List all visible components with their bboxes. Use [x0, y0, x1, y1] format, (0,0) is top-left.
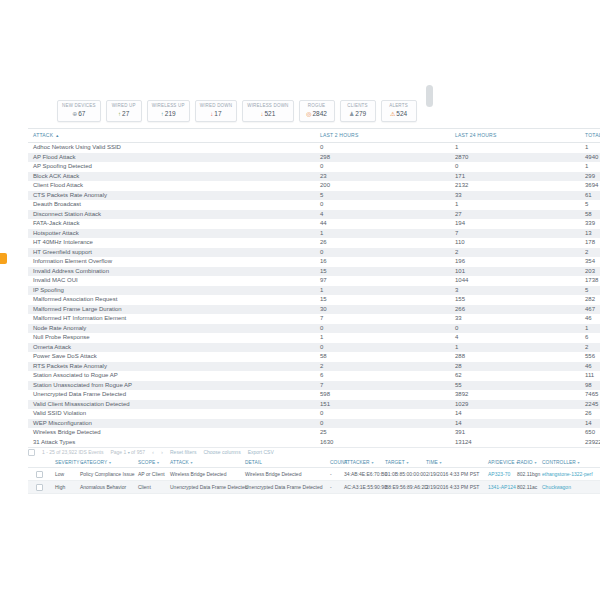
attack-row[interactable]: Invalid MAC OUI 97 1044 1738 [28, 276, 600, 286]
attack-row[interactable]: Information Element Overflow 16 196 354 [28, 257, 600, 267]
attack-row[interactable]: HT 40MHz Intolerance 26 110 178 [28, 238, 600, 248]
attack-row[interactable]: Valid SSID Violation 0 14 26 [28, 409, 600, 419]
attack-row[interactable]: Station Unassociated from Rogue AP 7 55 … [28, 381, 600, 391]
attack-name: Client Flood Attack [33, 181, 83, 191]
column-header-total[interactable]: Total [585, 129, 600, 142]
prev-page-icon[interactable]: ‹ [152, 449, 154, 455]
event-ap-device-link[interactable]: 1341-AP124 [488, 481, 516, 493]
column-header-radio[interactable]: Radio▼ [517, 458, 537, 468]
event-detail: Unencrypted Data Frame Detected [245, 481, 323, 493]
pagination-bar: 1 - 25 of 23,922 IDS Events Page 1 ▾ of … [28, 447, 600, 457]
filter-arrow-icon: ▼ [577, 461, 581, 465]
kpi-card[interactable]: WIRELESS UP ↑219 [147, 100, 190, 122]
filter-arrow-icon: ▼ [406, 461, 410, 465]
event-row[interactable]: High Anomalous Behavior Client Unencrypt… [28, 481, 600, 494]
attack-row[interactable]: Omerta Attack 0 1 2 [28, 343, 600, 353]
attack-name: Valid SSID Violation [33, 409, 86, 419]
attack-row[interactable]: AP Spoofing Detected 0 0 1 [28, 162, 600, 172]
attack-last-24-hours: 110 [455, 238, 465, 248]
chevron-down-icon: ▾ [128, 450, 130, 455]
kpi-card[interactable]: ROGUE ◎2842 [299, 100, 335, 122]
attack-row[interactable]: Adhoc Network Using Valid SSID 0 1 1 [28, 143, 600, 153]
event-row[interactable]: Low Policy Compliance Issue AP or Client… [28, 468, 600, 481]
kpi-card[interactable]: WIRED DOWN ↓17 [195, 100, 238, 122]
column-header-attack[interactable]: Attack▲ [33, 129, 59, 142]
kpi-card[interactable]: NEW DEVICES ⊕67 [57, 100, 101, 122]
attack-last-2-hours: 25 [320, 428, 327, 438]
attack-row[interactable]: Disconnect Station Attack 4 27 58 [28, 210, 600, 220]
export-csv-link[interactable]: Export CSV [248, 449, 274, 455]
column-header-target[interactable]: Target▼ [385, 458, 409, 468]
kpi-icon: ⊕ [72, 111, 77, 117]
attack-row[interactable]: Client Flood Attack 200 2132 3694 [28, 181, 600, 191]
event-severity: Low [55, 468, 64, 480]
column-header-scope[interactable]: Scope▼ [138, 458, 160, 468]
attack-row[interactable]: AP Flood Attack 298 2870 4940 [28, 153, 600, 163]
attack-total: 299 [585, 172, 595, 182]
attack-row[interactable]: Power Save DoS Attack 58 288 556 [28, 352, 600, 362]
page-selector[interactable]: Page 1 ▾ of 957 [110, 449, 145, 455]
column-header-time[interactable]: Time▼ [426, 458, 442, 468]
attack-row[interactable]: Malformed HT Information Element 7 33 46 [28, 314, 600, 324]
attack-row[interactable]: FATA-Jack Attack 44 194 339 [28, 219, 600, 229]
attack-row[interactable]: Malformed Association Request 15 155 282 [28, 295, 600, 305]
attack-last-24-hours: 196 [455, 257, 465, 267]
attack-row[interactable]: HT Greenfield support 0 2 2 [28, 248, 600, 258]
column-header-attacker[interactable]: Attacker▼ [344, 458, 374, 468]
attack-row[interactable]: Valid Client Misassociation Detected 151… [28, 400, 600, 410]
attack-last-2-hours: 58 [320, 352, 327, 362]
kpi-card[interactable]: WIRED UP ↑27 [106, 100, 142, 122]
attack-name: HT Greenfield support [33, 248, 92, 258]
next-page-icon[interactable]: › [161, 449, 163, 455]
attack-last-24-hours: 155 [455, 295, 465, 305]
event-controller-link[interactable]: Chuckwagon [542, 481, 571, 493]
attack-total: 14 [585, 419, 592, 429]
attack-row[interactable]: Node Rate Anomaly 0 0 1 [28, 324, 600, 334]
event-detail: Wireless Bridge Detected [245, 468, 301, 480]
column-header-last-2-hours[interactable]: Last 2 Hours [320, 129, 358, 142]
kpi-icon: ↓ [210, 111, 213, 117]
attack-row[interactable]: Hotspotter Attack 1 7 13 [28, 229, 600, 239]
attack-types-count: 31 Attack Types [33, 438, 75, 448]
attack-row[interactable]: Block ACK Attack 23 171 299 [28, 172, 600, 182]
attack-row[interactable]: WEP Misconfiguration 0 14 14 [28, 419, 600, 429]
attack-last-24-hours: 0 [455, 162, 458, 172]
column-header-category[interactable]: Category▼ [80, 458, 112, 468]
column-header-attack[interactable]: Attack▼ [170, 458, 193, 468]
attack-last-24-hours: 194 [455, 219, 465, 229]
choose-columns-link[interactable]: Choose columns [203, 449, 240, 455]
attack-row[interactable]: RTS Packets Rate Anomaly 2 28 46 [28, 362, 600, 372]
event-controller-link[interactable]: ethangstone-1322-perf [542, 468, 593, 480]
attack-row[interactable]: Deauth Broadcast 0 1 5 [28, 200, 600, 210]
attack-row[interactable]: CTS Packets Rate Anomaly 5 33 61 [28, 191, 600, 201]
scrollbar-thumb[interactable] [426, 85, 433, 107]
attack-row[interactable]: Malformed Frame Large Duration 30 266 46… [28, 305, 600, 315]
orange-side-tab[interactable] [0, 253, 7, 264]
attack-last-24-hours: 62 [455, 371, 462, 381]
attack-row[interactable]: IP Spoofing 1 3 5 [28, 286, 600, 296]
reset-filters-link[interactable]: Reset filters [170, 449, 196, 455]
column-header-detail[interactable]: Detail [245, 458, 262, 467]
kpi-card[interactable]: WIRELESS DOWN ↓521 [242, 100, 293, 122]
select-all-checkbox[interactable] [28, 449, 35, 456]
row-checkbox[interactable] [36, 484, 43, 491]
event-scope: Client [138, 481, 151, 493]
attack-row[interactable]: Unencrypted Data Frame Detected 598 3892… [28, 390, 600, 400]
attack-row[interactable]: Station Associated to Rogue AP 6 62 111 [28, 371, 600, 381]
kpi-card[interactable]: CLIENTS ♟279 [340, 100, 376, 122]
attack-table-body: Adhoc Network Using Valid SSID 0 1 1 AP … [28, 143, 600, 438]
row-checkbox[interactable] [36, 471, 43, 478]
attack-row[interactable]: Invalid Address Combination 15 101 203 [28, 267, 600, 277]
event-ap-device-link[interactable]: AP323-70 [488, 468, 510, 480]
event-target-mac: B8:E9:56:89:A6:2D [385, 481, 428, 493]
attack-last-2-hours: 0 [320, 409, 323, 419]
kpi-card[interactable]: ALERTS ⚠524 [381, 100, 417, 122]
attack-row[interactable]: Null Probe Response 1 4 6 [28, 333, 600, 343]
column-header-ap-device[interactable]: AP/Device▼ [488, 458, 519, 468]
column-header-controller[interactable]: Controller▼ [542, 458, 580, 468]
attack-row[interactable]: Wireless Bridge Detected 25 391 650 [28, 428, 600, 438]
column-header-last-24-hours[interactable]: Last 24 Hours [455, 129, 496, 142]
attack-name: Station Unassociated from Rogue AP [33, 381, 132, 391]
sort-asc-icon: ▲ [55, 133, 59, 138]
attack-last-2-hours: 0 [320, 200, 323, 210]
